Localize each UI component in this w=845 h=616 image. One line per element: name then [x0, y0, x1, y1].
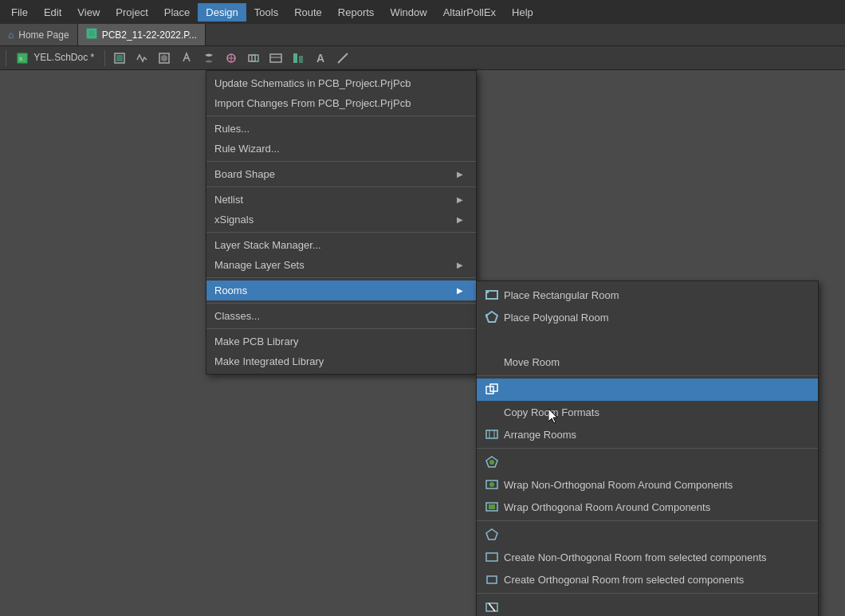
layer-stack-label: Layer Stack Manager...: [214, 239, 321, 251]
board-shape-label: Board Shape: [214, 168, 275, 180]
rooms-place-poly[interactable]: Place Polygonal Room: [477, 306, 818, 328]
toolbar-btn-6[interactable]: [221, 49, 242, 68]
rooms-wrap-ortho[interactable]: Wrap Non-Orthogonal Room Around Componen…: [477, 473, 818, 496]
svg-rect-20: [485, 290, 489, 293]
menu-make-integrated-lib[interactable]: Make Integrated Library: [206, 351, 476, 371]
menu-classes[interactable]: Classes...: [206, 306, 476, 326]
menu-update-schematics[interactable]: Update Schematics in PCB_Project.PrjPcb: [206, 73, 476, 93]
rooms-wrap-rect[interactable]: Wrap Orthogonal Room Around Components: [477, 496, 818, 518]
toolbar-btn-11[interactable]: [332, 49, 353, 68]
rooms-sep-2: [477, 448, 818, 449]
move-to-grid-icon: [485, 427, 499, 441]
menu-make-pcb-lib[interactable]: Make PCB Library: [206, 332, 476, 351]
edit-poly-vertices-icon: [485, 355, 499, 369]
svg-rect-14: [270, 54, 281, 62]
menu-netlist[interactable]: Netlist ▶: [206, 190, 476, 210]
rooms-move-room[interactable]: [477, 328, 818, 351]
menu-design[interactable]: Design: [198, 3, 246, 22]
menu-help[interactable]: Help: [504, 3, 541, 22]
menu-view[interactable]: View: [69, 3, 108, 22]
svg-rect-36: [487, 576, 497, 583]
toolbar-btn-1[interactable]: [109, 49, 130, 68]
rooms-label: Rooms: [214, 284, 247, 296]
rooms-create-ortho[interactable]: Create Non-Orthogonal Room from selected…: [477, 546, 818, 568]
toolbar-btn-8[interactable]: [265, 49, 286, 68]
move-rooms-grid-label: Arrange Rooms: [504, 429, 576, 441]
menu-tools[interactable]: Tools: [246, 3, 286, 22]
copy-room-icon: [485, 383, 499, 397]
arrange-rooms-label: Copy Room Formats: [504, 406, 599, 418]
svg-rect-17: [299, 56, 303, 63]
svg-rect-16: [293, 53, 297, 63]
tab-pcb-label: PCB2_11-22-2022.P...: [102, 29, 197, 41]
menu-file[interactable]: File: [3, 3, 36, 22]
toolbar-btn-7[interactable]: [243, 49, 264, 68]
slice-room-icon: [485, 600, 499, 614]
xsignals-label: xSignals: [214, 214, 254, 226]
menu-place[interactable]: Place: [156, 3, 198, 22]
toolbar: S YEL.SchDoc * A: [0, 46, 845, 70]
rooms-create-rect[interactable]: Create Orthogonal Room from selected com…: [477, 568, 818, 590]
xsignals-arrow: ▶: [457, 215, 463, 224]
make-pcb-lib-label: Make PCB Library: [214, 335, 298, 347]
sep-7: [206, 328, 476, 329]
menu-layer-stack[interactable]: Layer Stack Manager...: [206, 235, 476, 255]
tab-pcb[interactable]: PCB2_11-22-2022.P...: [78, 24, 206, 45]
menu-import-changes[interactable]: Import Changes From PCB_Project.PrjPcb: [206, 93, 476, 113]
menu-reports[interactable]: Reports: [330, 3, 383, 22]
toolbar-btn-5[interactable]: [198, 49, 219, 68]
create-ortho-label: Create Non-Orthogonal Room from selected…: [504, 551, 767, 563]
toolbar-btn-2[interactable]: [132, 49, 152, 68]
rooms-wrap-nonortho[interactable]: [477, 451, 818, 473]
svg-point-7: [161, 55, 167, 61]
rooms-sep-1: [477, 375, 818, 376]
toolbar-sep-1: [6, 50, 6, 66]
svg-rect-33: [489, 504, 495, 509]
rooms-place-rect[interactable]: Place Rectangular Room: [477, 284, 818, 306]
menu-route[interactable]: Route: [286, 3, 330, 22]
wrap-rect-icon: [485, 500, 499, 514]
toolbar-btn-4[interactable]: [176, 49, 197, 68]
import-changes-label: Import Changes From PCB_Project.PrjPcb: [214, 97, 411, 109]
menu-board-shape[interactable]: Board Shape ▶: [206, 164, 476, 184]
rooms-move-to-grid[interactable]: Arrange Rooms: [477, 423, 818, 445]
rooms-slice-room[interactable]: [477, 596, 818, 616]
svg-point-29: [489, 460, 494, 465]
toolbar-btn-3[interactable]: [154, 49, 175, 68]
edit-poly-vertices-label: Move Room: [504, 356, 560, 368]
menu-altairpollex[interactable]: AltairPollEx: [435, 3, 504, 22]
classes-label: Classes...: [214, 310, 260, 322]
menu-window[interactable]: Window: [382, 3, 434, 22]
make-integrated-lib-label: Make Integrated Library: [214, 355, 324, 367]
menu-project[interactable]: Project: [108, 3, 155, 22]
board-shape-arrow: ▶: [457, 170, 463, 179]
wrap-nonortho-icon: [485, 455, 499, 469]
svg-rect-1: [88, 30, 95, 37]
menu-rule-wizard[interactable]: Rule Wizard...: [206, 139, 476, 159]
rooms-edit-poly-vertices[interactable]: Move Room: [477, 351, 818, 373]
menu-xsignals[interactable]: xSignals ▶: [206, 210, 476, 230]
create-rect-icon: [485, 572, 499, 587]
pcb-icon: [86, 28, 97, 41]
rooms-copy-room-formats[interactable]: [477, 379, 818, 401]
home-icon: ⌂: [8, 29, 14, 41]
rooms-sep-3: [477, 520, 818, 521]
sep-3: [206, 186, 476, 187]
menu-edit[interactable]: Edit: [36, 3, 69, 22]
svg-line-38: [489, 603, 495, 611]
tab-home-label: Home Page: [18, 29, 69, 41]
menu-rules[interactable]: Rules...: [206, 119, 476, 139]
menu-rooms[interactable]: Rooms ▶ Place Rectangular Room: [206, 281, 476, 300]
place-rect-icon: [485, 288, 499, 302]
tab-home[interactable]: ⌂ Home Page: [0, 24, 78, 45]
svg-line-18: [338, 53, 348, 63]
menu-manage-layer-sets[interactable]: Manage Layer Sets ▶: [206, 255, 476, 275]
rooms-arrange-rooms[interactable]: Copy Room Formats: [477, 401, 818, 423]
toolbar-btn-9[interactable]: [288, 49, 309, 68]
svg-rect-35: [486, 553, 497, 561]
rooms-create-nonortho[interactable]: [477, 524, 818, 546]
wrap-ortho-icon: [485, 477, 499, 492]
sch-tab[interactable]: S YEL.SchDoc *: [10, 52, 100, 64]
menubar: File Edit View Project Place Design Tool…: [0, 0, 845, 24]
toolbar-btn-10[interactable]: A: [310, 49, 331, 68]
